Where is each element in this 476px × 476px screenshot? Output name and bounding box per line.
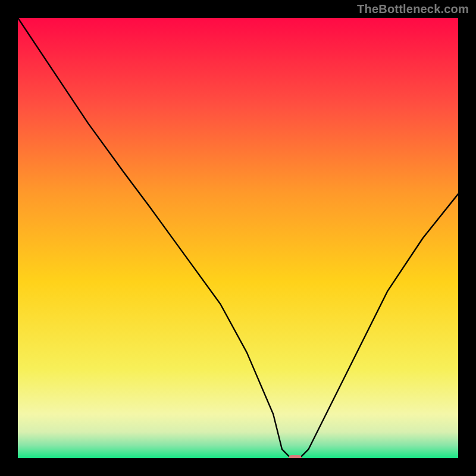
bottleneck-curve [18, 18, 458, 458]
optimal-marker [289, 455, 302, 458]
attribution-label: TheBottleneck.com [357, 2, 469, 16]
plot-area [18, 18, 458, 458]
chart-container: TheBottleneck.com [0, 0, 476, 476]
